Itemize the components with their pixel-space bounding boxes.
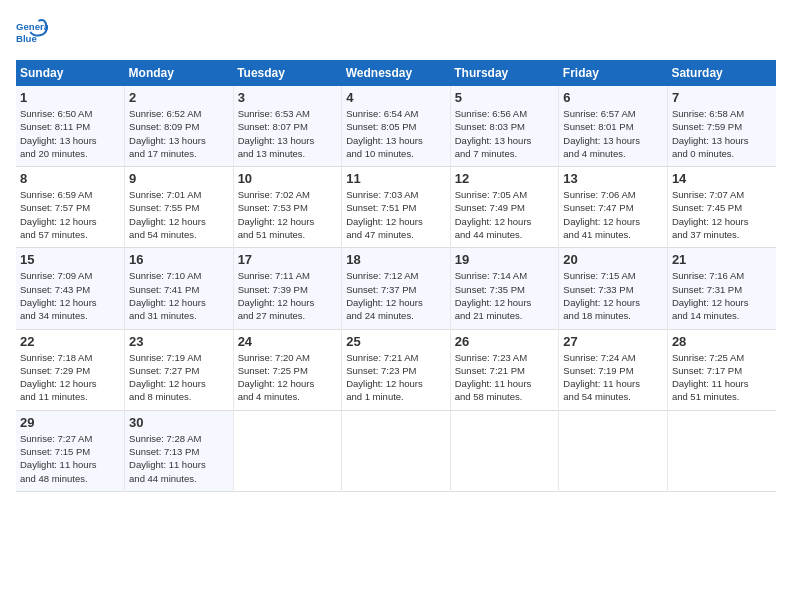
cell-info: Sunrise: 7:23 AMSunset: 7:21 PMDaylight:… [455, 351, 555, 404]
calendar-cell: 17Sunrise: 7:11 AMSunset: 7:39 PMDayligh… [233, 248, 342, 329]
day-number: 6 [563, 90, 663, 105]
cell-info: Sunrise: 6:50 AMSunset: 8:11 PMDaylight:… [20, 107, 120, 160]
day-number: 5 [455, 90, 555, 105]
day-number: 23 [129, 334, 229, 349]
cell-info: Sunrise: 7:03 AMSunset: 7:51 PMDaylight:… [346, 188, 446, 241]
calendar-cell: 7Sunrise: 6:58 AMSunset: 7:59 PMDaylight… [667, 86, 776, 167]
calendar-cell: 8Sunrise: 6:59 AMSunset: 7:57 PMDaylight… [16, 167, 125, 248]
cell-info: Sunrise: 6:58 AMSunset: 7:59 PMDaylight:… [672, 107, 772, 160]
calendar-cell: 23Sunrise: 7:19 AMSunset: 7:27 PMDayligh… [125, 329, 234, 410]
day-number: 20 [563, 252, 663, 267]
day-number: 19 [455, 252, 555, 267]
day-number: 1 [20, 90, 120, 105]
calendar-table: SundayMondayTuesdayWednesdayThursdayFrid… [16, 60, 776, 492]
day-number: 25 [346, 334, 446, 349]
calendar-cell: 6Sunrise: 6:57 AMSunset: 8:01 PMDaylight… [559, 86, 668, 167]
cell-info: Sunrise: 7:24 AMSunset: 7:19 PMDaylight:… [563, 351, 663, 404]
cell-info: Sunrise: 6:56 AMSunset: 8:03 PMDaylight:… [455, 107, 555, 160]
calendar-cell: 22Sunrise: 7:18 AMSunset: 7:29 PMDayligh… [16, 329, 125, 410]
day-number: 12 [455, 171, 555, 186]
calendar-cell [559, 410, 668, 491]
day-number: 26 [455, 334, 555, 349]
calendar-cell: 4Sunrise: 6:54 AMSunset: 8:05 PMDaylight… [342, 86, 451, 167]
calendar-cell: 2Sunrise: 6:52 AMSunset: 8:09 PMDaylight… [125, 86, 234, 167]
day-number: 22 [20, 334, 120, 349]
calendar-cell: 14Sunrise: 7:07 AMSunset: 7:45 PMDayligh… [667, 167, 776, 248]
weekday-header: Friday [559, 60, 668, 86]
calendar-cell: 21Sunrise: 7:16 AMSunset: 7:31 PMDayligh… [667, 248, 776, 329]
day-number: 21 [672, 252, 772, 267]
svg-text:General: General [16, 21, 48, 32]
calendar-cell: 16Sunrise: 7:10 AMSunset: 7:41 PMDayligh… [125, 248, 234, 329]
day-number: 7 [672, 90, 772, 105]
calendar-cell: 1Sunrise: 6:50 AMSunset: 8:11 PMDaylight… [16, 86, 125, 167]
calendar-cell: 26Sunrise: 7:23 AMSunset: 7:21 PMDayligh… [450, 329, 559, 410]
day-number: 4 [346, 90, 446, 105]
calendar-cell: 10Sunrise: 7:02 AMSunset: 7:53 PMDayligh… [233, 167, 342, 248]
weekday-header: Thursday [450, 60, 559, 86]
cell-info: Sunrise: 7:14 AMSunset: 7:35 PMDaylight:… [455, 269, 555, 322]
weekday-header: Monday [125, 60, 234, 86]
calendar-cell: 3Sunrise: 6:53 AMSunset: 8:07 PMDaylight… [233, 86, 342, 167]
day-number: 11 [346, 171, 446, 186]
day-number: 13 [563, 171, 663, 186]
cell-info: Sunrise: 7:20 AMSunset: 7:25 PMDaylight:… [238, 351, 338, 404]
calendar-cell: 24Sunrise: 7:20 AMSunset: 7:25 PMDayligh… [233, 329, 342, 410]
day-number: 10 [238, 171, 338, 186]
cell-info: Sunrise: 6:57 AMSunset: 8:01 PMDaylight:… [563, 107, 663, 160]
cell-info: Sunrise: 7:16 AMSunset: 7:31 PMDaylight:… [672, 269, 772, 322]
calendar-cell: 25Sunrise: 7:21 AMSunset: 7:23 PMDayligh… [342, 329, 451, 410]
weekday-header: Tuesday [233, 60, 342, 86]
calendar-cell: 12Sunrise: 7:05 AMSunset: 7:49 PMDayligh… [450, 167, 559, 248]
day-number: 17 [238, 252, 338, 267]
day-number: 8 [20, 171, 120, 186]
cell-info: Sunrise: 7:11 AMSunset: 7:39 PMDaylight:… [238, 269, 338, 322]
day-number: 27 [563, 334, 663, 349]
day-number: 29 [20, 415, 120, 430]
weekday-header: Wednesday [342, 60, 451, 86]
cell-info: Sunrise: 7:10 AMSunset: 7:41 PMDaylight:… [129, 269, 229, 322]
cell-info: Sunrise: 7:09 AMSunset: 7:43 PMDaylight:… [20, 269, 120, 322]
day-number: 24 [238, 334, 338, 349]
cell-info: Sunrise: 6:59 AMSunset: 7:57 PMDaylight:… [20, 188, 120, 241]
day-number: 3 [238, 90, 338, 105]
cell-info: Sunrise: 7:25 AMSunset: 7:17 PMDaylight:… [672, 351, 772, 404]
cell-info: Sunrise: 7:01 AMSunset: 7:55 PMDaylight:… [129, 188, 229, 241]
cell-info: Sunrise: 7:21 AMSunset: 7:23 PMDaylight:… [346, 351, 446, 404]
calendar-cell [342, 410, 451, 491]
weekday-header: Sunday [16, 60, 125, 86]
day-number: 15 [20, 252, 120, 267]
day-number: 16 [129, 252, 229, 267]
day-number: 2 [129, 90, 229, 105]
calendar-cell [233, 410, 342, 491]
calendar-cell: 29Sunrise: 7:27 AMSunset: 7:15 PMDayligh… [16, 410, 125, 491]
cell-info: Sunrise: 7:06 AMSunset: 7:47 PMDaylight:… [563, 188, 663, 241]
calendar-cell: 9Sunrise: 7:01 AMSunset: 7:55 PMDaylight… [125, 167, 234, 248]
calendar-cell: 19Sunrise: 7:14 AMSunset: 7:35 PMDayligh… [450, 248, 559, 329]
calendar-cell: 30Sunrise: 7:28 AMSunset: 7:13 PMDayligh… [125, 410, 234, 491]
calendar-cell: 20Sunrise: 7:15 AMSunset: 7:33 PMDayligh… [559, 248, 668, 329]
cell-info: Sunrise: 7:19 AMSunset: 7:27 PMDaylight:… [129, 351, 229, 404]
cell-info: Sunrise: 7:02 AMSunset: 7:53 PMDaylight:… [238, 188, 338, 241]
calendar-cell: 11Sunrise: 7:03 AMSunset: 7:51 PMDayligh… [342, 167, 451, 248]
calendar-cell: 27Sunrise: 7:24 AMSunset: 7:19 PMDayligh… [559, 329, 668, 410]
calendar-cell [667, 410, 776, 491]
cell-info: Sunrise: 7:18 AMSunset: 7:29 PMDaylight:… [20, 351, 120, 404]
day-number: 18 [346, 252, 446, 267]
cell-info: Sunrise: 6:53 AMSunset: 8:07 PMDaylight:… [238, 107, 338, 160]
calendar-cell [450, 410, 559, 491]
calendar-cell: 28Sunrise: 7:25 AMSunset: 7:17 PMDayligh… [667, 329, 776, 410]
calendar-cell: 15Sunrise: 7:09 AMSunset: 7:43 PMDayligh… [16, 248, 125, 329]
day-number: 30 [129, 415, 229, 430]
day-number: 9 [129, 171, 229, 186]
cell-info: Sunrise: 7:07 AMSunset: 7:45 PMDaylight:… [672, 188, 772, 241]
day-number: 28 [672, 334, 772, 349]
logo: General Blue [16, 16, 52, 48]
calendar-cell: 18Sunrise: 7:12 AMSunset: 7:37 PMDayligh… [342, 248, 451, 329]
cell-info: Sunrise: 7:15 AMSunset: 7:33 PMDaylight:… [563, 269, 663, 322]
cell-info: Sunrise: 6:52 AMSunset: 8:09 PMDaylight:… [129, 107, 229, 160]
page-header: General Blue [16, 16, 776, 48]
cell-info: Sunrise: 7:28 AMSunset: 7:13 PMDaylight:… [129, 432, 229, 485]
cell-info: Sunrise: 7:05 AMSunset: 7:49 PMDaylight:… [455, 188, 555, 241]
calendar-cell: 13Sunrise: 7:06 AMSunset: 7:47 PMDayligh… [559, 167, 668, 248]
